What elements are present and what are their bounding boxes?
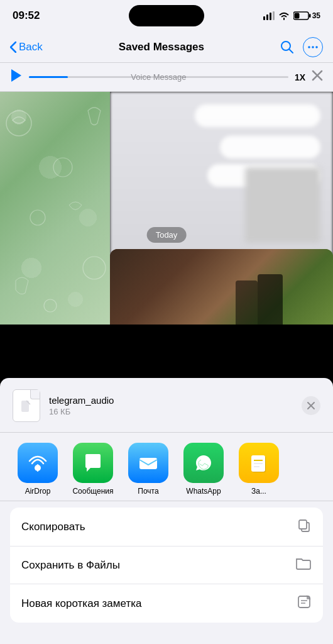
- play-icon: [10, 69, 23, 82]
- svg-point-11: [315, 46, 318, 48]
- ellipsis-icon: [308, 46, 318, 48]
- voice-message-label: Voice Message: [131, 72, 186, 82]
- notes-icon: [239, 443, 279, 483]
- messages-glyph: [82, 452, 104, 474]
- more-button[interactable]: [303, 37, 323, 57]
- messages-icon: [73, 443, 113, 483]
- action-list: Скопировать Сохранить в Файлы Новая коро…: [10, 508, 323, 623]
- file-details: telegram_audio 16 КБ: [49, 395, 114, 416]
- svg-line-8: [289, 49, 293, 53]
- copy-icon: [297, 518, 312, 536]
- today-badge: Today: [147, 227, 187, 243]
- mail-icon: [128, 443, 168, 483]
- speed-button[interactable]: 1X: [295, 72, 305, 82]
- app-label-messages: Сообщения: [72, 487, 113, 496]
- chat-area: Today: [0, 92, 333, 325]
- search-button[interactable]: [280, 40, 294, 54]
- svg-point-16: [30, 210, 45, 225]
- share-sheet: telegram_audio 16 КБ AirDrop: [0, 378, 333, 644]
- svg-rect-3: [273, 11, 275, 20]
- close-audio-button[interactable]: [312, 70, 323, 84]
- svg-point-10: [312, 46, 314, 48]
- svg-point-18: [44, 299, 57, 312]
- mail-glyph: [136, 451, 160, 475]
- whatsapp-icon: [183, 443, 224, 483]
- file-info-left: telegram_audio 16 КБ: [13, 389, 114, 422]
- app-label-notes: За...: [251, 487, 266, 496]
- svg-rect-1: [266, 14, 268, 20]
- svg-rect-0: [263, 16, 265, 20]
- svg-point-9: [308, 46, 310, 48]
- audio-progress-fill: [29, 76, 68, 78]
- app-item-messages[interactable]: Сообщения: [65, 443, 121, 496]
- close-sheet-button[interactable]: [302, 396, 320, 415]
- wifi-icon: [278, 11, 290, 20]
- status-icons: 35: [263, 11, 320, 20]
- dynamic-island: [129, 5, 204, 26]
- x-icon: [312, 70, 323, 81]
- airdrop-icon: [18, 443, 58, 483]
- play-button[interactable]: [10, 69, 23, 86]
- notes-glyph: [247, 451, 271, 475]
- app-item-notes[interactable]: За...: [231, 443, 287, 496]
- search-icon: [280, 40, 294, 54]
- new-note-action[interactable]: Новая короткая заметка: [10, 584, 323, 623]
- save-files-action[interactable]: Сохранить в Файлы: [10, 547, 323, 584]
- save-files-label: Сохранить в Файлы: [21, 559, 120, 572]
- audio-bar: Voice Message 1X: [0, 63, 333, 92]
- chevron-left-icon: [10, 42, 16, 53]
- file-icon: [13, 389, 40, 422]
- svg-rect-31: [299, 520, 307, 529]
- svg-rect-5: [309, 14, 311, 18]
- file-name: telegram_audio: [49, 395, 114, 406]
- chat-background-left: [0, 92, 110, 325]
- chat-background-right: [110, 92, 333, 325]
- apps-row: AirDrop Сообщения Почта: [0, 433, 333, 501]
- copy-label: Скопировать: [21, 521, 85, 533]
- svg-rect-24: [139, 458, 157, 469]
- svg-rect-2: [270, 13, 271, 20]
- file-size: 16 КБ: [49, 407, 114, 416]
- photo-preview: [110, 249, 333, 325]
- app-label-mail: Почта: [138, 487, 158, 496]
- airdrop-glyph: [26, 451, 50, 475]
- app-label-whatsapp: WhatsApp: [186, 487, 221, 496]
- file-info-row: telegram_audio 16 КБ: [0, 378, 333, 433]
- copy-action[interactable]: Скопировать: [10, 508, 323, 547]
- whatsapp-glyph: [192, 451, 216, 475]
- note-icon: [297, 594, 312, 613]
- status-bar: 09:52 35: [0, 0, 333, 31]
- document-icon: [20, 398, 33, 413]
- app-item-whatsapp[interactable]: WhatsApp: [176, 443, 231, 496]
- battery-icon: 35: [293, 11, 320, 20]
- x-circle-icon: [307, 401, 315, 410]
- page-title: Saved Messages: [119, 41, 204, 53]
- app-item-mail[interactable]: Почта: [121, 443, 176, 496]
- app-label-airdrop: AirDrop: [25, 487, 51, 496]
- svg-rect-32: [298, 596, 310, 608]
- signal-icon: [263, 11, 275, 20]
- nav-actions: [280, 37, 323, 57]
- back-button[interactable]: Back: [10, 41, 43, 53]
- folder-icon: [295, 557, 312, 574]
- svg-point-17: [83, 257, 106, 279]
- new-note-label: Новая короткая заметка: [21, 597, 141, 610]
- svg-rect-6: [294, 13, 299, 19]
- status-time: 09:52: [13, 9, 40, 22]
- nav-bar: Back Saved Messages: [0, 31, 333, 63]
- svg-point-15: [53, 158, 72, 177]
- app-item-airdrop[interactable]: AirDrop: [10, 443, 65, 496]
